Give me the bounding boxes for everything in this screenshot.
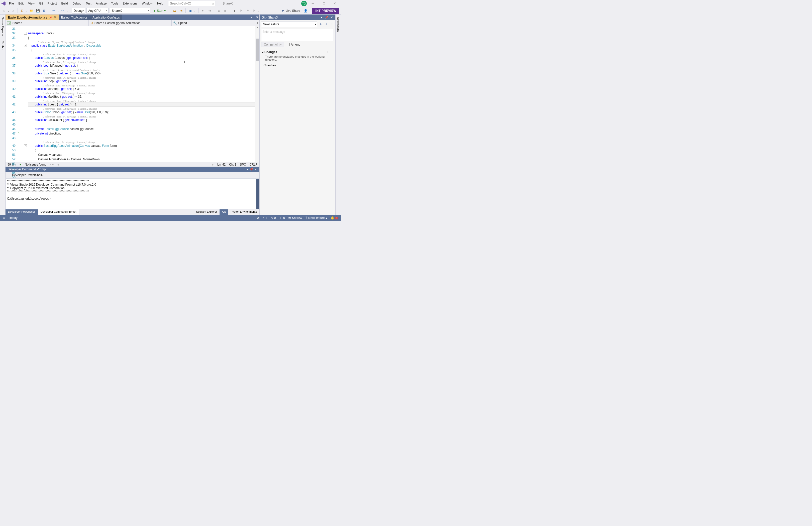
righttab-python-environments[interactable]: Python Environments — [228, 209, 259, 215]
panel-dropdown-icon[interactable]: ▾ — [245, 168, 249, 171]
nav-right-icon[interactable]: ▸ — [212, 163, 214, 166]
undo-dropdown[interactable] — [58, 9, 59, 13]
menu-project[interactable]: Project — [45, 1, 59, 6]
save-all-icon[interactable]: 🗎 — [42, 8, 47, 13]
solution-button[interactable]: ShareX — [219, 1, 236, 6]
outgoing-cell[interactable]: ↑ 1 — [263, 216, 267, 220]
code-editor[interactable]: 3132333435363738394041424344454647484950… — [5, 26, 259, 162]
minimize-button[interactable]: ─ — [308, 0, 318, 6]
panel-pin-icon[interactable]: 📌 — [249, 168, 253, 171]
start-debug-button[interactable]: ▶ Start ▾ — [151, 9, 168, 13]
fold-icon[interactable]: − — [24, 144, 27, 147]
sync-cell[interactable]: ⟳ — [257, 216, 259, 220]
menu-file[interactable]: File — [7, 1, 16, 6]
fold-icon[interactable]: − — [24, 32, 27, 34]
menu-tools[interactable]: Tools — [109, 1, 120, 6]
branch-combo[interactable]: NewFeature — [261, 21, 317, 27]
righttab-git[interactable]: Git — [219, 209, 228, 215]
class-combo[interactable]: 🝱 ShareX.EasterEggAboutAnimation — [89, 20, 172, 26]
tool-icon[interactable]: ༄ ▾ — [50, 163, 54, 166]
flag-icon-3[interactable]: ⚑ — [252, 8, 257, 13]
tabs-settings-icon[interactable]: ⚙ — [255, 15, 259, 20]
menu-build[interactable]: Build — [59, 1, 70, 6]
flag-icon-2[interactable]: ⚑ — [245, 8, 250, 13]
menu-edit[interactable]: Edit — [16, 1, 26, 6]
push-icon[interactable]: ↑ — [330, 22, 334, 26]
fold-icon[interactable]: − — [24, 44, 27, 47]
scrollbar-thumb[interactable] — [256, 39, 259, 61]
filetab-BalloonTipAction.cs[interactable]: BalloonTipAction.cs — [59, 15, 90, 20]
more-icon[interactable]: ⋯ — [330, 50, 333, 54]
feedback-icon[interactable]: 👤 — [303, 8, 308, 13]
changes-section[interactable]: ◢ Changes ＋ ⋯ — [260, 49, 335, 55]
save-icon[interactable]: 💾 — [35, 8, 40, 13]
vertical-scrollbar[interactable]: ▲ — [255, 26, 259, 162]
filetab-EasterEggAboutAnimation.cs[interactable]: EasterEggAboutAnimation.cs📌✕ — [5, 15, 59, 20]
pull-icon[interactable]: ⤓ — [324, 22, 328, 26]
siderail-toolbox[interactable]: Toolbox — [1, 39, 5, 53]
notification-cell[interactable]: 🔔8 — [331, 216, 338, 220]
menu-test[interactable]: Test — [84, 1, 93, 6]
project-combo[interactable]: C# ShareX — [5, 20, 89, 26]
redo-icon[interactable]: ↷ — [60, 8, 65, 13]
siderail-notifications[interactable]: Notifications — [336, 15, 340, 34]
git-close-icon[interactable]: ✕ — [330, 16, 333, 19]
search-box[interactable]: ⌕ — [168, 1, 216, 6]
menu-window[interactable]: Window — [140, 1, 155, 6]
search-input[interactable] — [170, 2, 212, 5]
menu-view[interactable]: View — [26, 1, 37, 6]
platform-combo[interactable]: Any CPU — [86, 8, 108, 14]
branch-cell[interactable]: ᛘ NewFeature ▴ — [305, 216, 327, 220]
member-combo[interactable]: 🔧 Speed — [172, 20, 255, 26]
new-dropdown[interactable] — [26, 9, 27, 13]
menu-analyze[interactable]: Analyze — [94, 1, 109, 6]
bottab-developer-command-prompt[interactable]: Developer Command Prompt — [38, 209, 79, 215]
tabs-dropdown-icon[interactable]: ▾ — [249, 15, 255, 20]
maximize-button[interactable]: ▢ — [319, 0, 329, 6]
git-pin-icon[interactable]: 📌 — [325, 16, 328, 19]
commit-message-input[interactable]: Enter a message — [261, 29, 334, 41]
output-icon[interactable]: ▭ — [2, 216, 5, 220]
code-area[interactable]: namespace ShareX{ 3 references | Taysser… — [28, 26, 255, 162]
close-button[interactable]: ✕ — [330, 0, 340, 6]
panel-close-icon[interactable]: ✕ — [253, 168, 257, 171]
user-avatar[interactable]: TG — [301, 1, 307, 6]
siderail-server-explorer[interactable]: Server Explorer — [1, 15, 5, 39]
indent-icon[interactable]: ⇤ — [201, 8, 205, 13]
liveshare-button[interactable]: Live Share — [279, 9, 302, 13]
nav-left-icon[interactable]: ◂ — [57, 163, 59, 166]
pin-icon[interactable]: 📌 — [49, 16, 52, 19]
outdent-icon[interactable]: ⇥ — [207, 8, 212, 13]
stashes-section[interactable]: ▷ Stashes — [260, 63, 335, 68]
back-icon[interactable]: ⭮ — [1, 8, 6, 13]
amend-checkbox[interactable]: Amend — [287, 43, 300, 46]
powershell-dropdown[interactable]: Developer PowerShell — [12, 173, 43, 177]
undo-icon[interactable]: ↶ — [51, 8, 56, 13]
configuration-combo[interactable]: Debug — [72, 8, 85, 14]
split-editor-button[interactable]: ⫿ — [255, 20, 259, 26]
pencil-cell[interactable]: ✎ 0 — [271, 216, 276, 220]
menu-git[interactable]: Git — [37, 1, 45, 6]
righttab-solution-explorer[interactable]: Solution Explorer — [194, 209, 220, 215]
menu-extensions[interactable]: Extensions — [120, 1, 139, 6]
flag-icon[interactable]: ⚑ — [238, 8, 244, 13]
plus-cell[interactable]: ＋ 0 — [279, 216, 285, 220]
scroll-up-icon[interactable]: ▲ — [256, 26, 259, 28]
add-icon[interactable]: ＋ — [326, 50, 329, 54]
nav-dropdown[interactable] — [8, 9, 9, 13]
fetch-icon[interactable]: ⬇ — [319, 22, 323, 26]
step-icon-2[interactable]: ⬔ — [178, 8, 184, 13]
comment-icon[interactable]: ≣ — [223, 8, 228, 13]
console-output[interactable]: ****************************************… — [6, 179, 259, 209]
close-icon[interactable]: ✕ — [54, 16, 56, 19]
menu-help[interactable]: Help — [155, 1, 165, 6]
step-icon[interactable]: ⬓ — [172, 8, 177, 13]
repo-cell[interactable]: ⛃ ShareX — [288, 216, 302, 220]
console-scrollbar[interactable] — [256, 179, 259, 209]
filetab-ApplicationConfig.cs[interactable]: ApplicationConfig.cs — [90, 15, 122, 20]
bottab-developer-powershell[interactable]: Developer PowerShell — [5, 209, 38, 215]
redo-dropdown[interactable] — [67, 9, 68, 13]
startup-project-combo[interactable]: ShareX — [110, 8, 150, 14]
forward-icon[interactable]: ⭯ — [11, 8, 16, 13]
commit-button[interactable]: Commit All ▾ — [261, 42, 284, 47]
